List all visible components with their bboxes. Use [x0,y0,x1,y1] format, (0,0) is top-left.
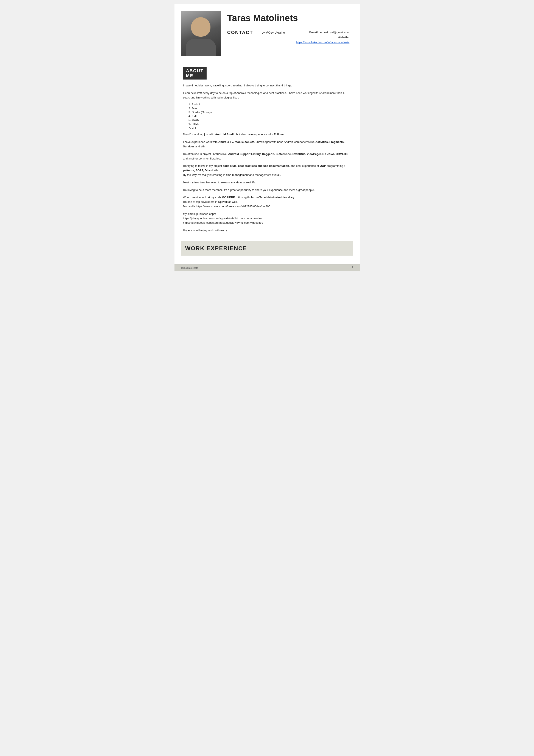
p10a: https://play.google.com/store/apps/detai… [183,217,262,220]
p3-prefix: Now I'm working just with [183,133,215,136]
p4-prefix: I have experience work with [183,140,218,144]
contact-row: CONTACT Lviv/Kiev Ukraine E-mail: ernest… [227,30,351,45]
work-experience-title: WORK EXPERIENCE [185,245,349,252]
work-experience-section: WORK EXPERIENCE [181,241,353,256]
footer-text: Taras Matolinets [181,267,198,269]
about-paragraph10: My simple published apps: https://play.g… [183,212,351,225]
avatar-photo [181,11,221,56]
about-paragraph6: I'm trying to follow in my project code … [183,164,351,177]
p3-suffix: . [284,133,285,136]
p6-suffix: and eth. [207,169,218,172]
header-info: Taras Matolinets CONTACT Lviv/Kiev Ukrai… [227,11,351,45]
email-label: E-mail: [309,31,318,34]
p6-prefix: I'm trying to follow in my project [183,164,223,168]
p6-bold1: code style, best practices and use docum… [223,164,289,168]
p9-url: https://github.com/TarasMatolinets/video… [236,196,295,199]
about-section: ABOUT ME I have 4 hobbies: work, travell… [174,60,360,237]
p3-bold1: Android Studio [215,133,236,136]
footer: Taras Matolinets 1 [174,264,360,271]
tech-item-1: Android [192,103,351,106]
candidate-name: Taras Matolinets [227,13,351,23]
tech-item-5: JSON [192,118,351,122]
p9-bold: GO HERE: [222,196,236,199]
tech-item-3: Gradle (Groovy) [192,111,351,114]
p5-bold: Android Support Library, Dagger 2, Butte… [228,152,348,156]
p4-bold1: Android TV, mobile, tablets, [218,140,255,144]
website-url-line: https://www.linkedin.com/in/tarasmatolin… [296,40,349,45]
technologies-list: Android Java Gradle (Groovy) XML JSON HT… [192,103,351,129]
website-link[interactable]: https://www.linkedin.com/in/tarasmatolin… [296,41,349,44]
p6-mid2: programming : [326,164,345,168]
p5-suffix: and another common libraries. [183,157,221,160]
about-paragraph2: I lean new staff every day to be on a to… [183,91,351,100]
header: Taras Matolinets CONTACT Lviv/Kiev Ukrai… [174,4,360,60]
about-title-box: ABOUT ME [183,67,207,80]
about-title-line1: ABOUT [186,68,204,73]
p6-mid: . and best experience of [289,164,320,168]
contact-label: CONTACT [227,30,253,35]
p6-bold2: OOP [320,164,326,168]
p4-suffix: and eth. [194,145,206,148]
about-title-line2: ME [186,73,204,78]
website-line: Website: [296,35,349,40]
contact-location: Lviv/Kiev Ukraine [262,30,287,34]
p6b: By the way I'm really interesting in tim… [183,173,281,176]
about-paragraph5: I'm often use in project libraries like:… [183,152,351,161]
resume-page: Taras Matolinets CONTACT Lviv/Kiev Ukrai… [174,4,360,271]
tech-item-7: GIT [192,126,351,129]
footer-page: 1 [352,266,353,268]
email-line: E-mail: ernest.hyst@gmail.com [296,30,349,35]
p5-prefix: I'm often use in project libraries like: [183,152,228,156]
p10: My simple published apps: [183,212,216,216]
p10b: https://play.google.com/store/apps/detai… [183,221,263,224]
p6-bold3: patterns, SOAP, DI [183,169,208,172]
p9b: I'm one of top developers in Upwork as w… [183,200,238,203]
about-paragraph8: I'm loving to be a team member. It's a g… [183,188,351,192]
about-paragraph4: I have experience work with Android TV, … [183,140,351,149]
about-paragraph3: Now I'm working just with Android Studio… [183,132,351,137]
p3-bold2: Eclipse [274,133,284,136]
tech-item-6: HTML [192,122,351,125]
about-paragraph11: Hope you will enjoy work with me :) [183,228,351,233]
p4-mid: knowledges with base Android components … [255,140,315,144]
about-paragraph7: Most my free time I'm trying to release … [183,180,351,185]
contact-details: E-mail: ernest.hyst@gmail.com Website: h… [296,30,349,45]
p9c: My profile https://www.upwork.com/freela… [183,205,270,208]
about-paragraph1: I have 4 hobbies: work, travelling, spor… [183,83,351,88]
about-paragraph9: Whom want to look at my code GO HERE: ht… [183,195,351,209]
p9-prefix: Whom want to look at my code [183,196,222,199]
website-label: Website: [338,36,349,39]
tech-item-4: XML [192,115,351,118]
tech-item-2: Java [192,107,351,110]
email-value: ernest.hyst@gmail.com [320,31,349,34]
p3-mid: but also have experience with [236,133,274,136]
